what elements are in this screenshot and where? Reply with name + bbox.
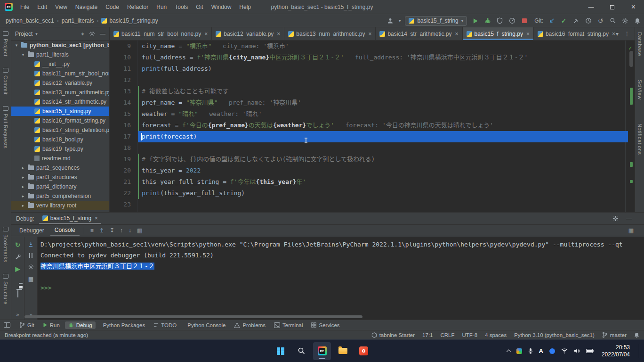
close-tab-icon[interactable]: × xyxy=(204,31,208,37)
debug-button[interactable] xyxy=(483,17,491,25)
toolbar-todo[interactable]: TODO xyxy=(150,321,180,329)
editor-tab-basic12-variable-py[interactable]: basic12_variable.py× xyxy=(212,27,284,40)
tray-blue-dot-icon[interactable] xyxy=(549,348,555,354)
tree-item-basic18-bool-py[interactable]: basic18_bool.py xyxy=(11,135,109,144)
code-line-17[interactable]: print(forecast) xyxy=(138,131,628,142)
microphone-icon[interactable] xyxy=(528,348,533,354)
tree-item-basic11-num-str-bool-none-py[interactable]: basic11_num_str_bool_none.py xyxy=(11,69,109,78)
breadcrumb-item[interactable]: python_basic_sec1 xyxy=(6,17,54,24)
toolbar-debug[interactable]: Debug xyxy=(65,321,96,329)
stop-button[interactable] xyxy=(520,17,528,25)
console-line[interactable] xyxy=(40,272,644,282)
scroll-to-top-icon[interactable]: ↥ xyxy=(97,227,106,234)
stripe-sciview[interactable]: SciView xyxy=(637,80,643,99)
toolbar-python-console[interactable]: Python Console xyxy=(182,321,229,329)
open-in-table-icon[interactable]: ▦ xyxy=(135,227,144,234)
show-execution-point-icon[interactable] xyxy=(28,242,33,247)
editor-tab-basic14-str-arithmetic-py[interactable]: basic14_str_arithmetic.py× xyxy=(376,27,462,40)
git-update-icon[interactable] xyxy=(547,17,555,25)
tree-item-part3-structures[interactable]: ▸part3_structures xyxy=(11,173,109,182)
start-button[interactable] xyxy=(272,342,290,360)
editor-tab-basic11-num-str-bool-none-py[interactable]: basic11_num_str_bool_none.py× xyxy=(110,27,212,40)
close-tab-icon[interactable]: × xyxy=(612,31,615,37)
taskbar-pycharm-icon[interactable]: PC xyxy=(313,342,331,360)
code-line-23[interactable] xyxy=(138,199,628,210)
code-line-22[interactable]: print(this_year_full_string) xyxy=(138,188,628,199)
move-up-icon[interactable]: ↑ xyxy=(118,227,125,234)
ime-mode-indicator[interactable]: A xyxy=(539,347,543,354)
status-utf-8[interactable]: UTF-8 xyxy=(462,332,478,338)
taskbar-search-icon[interactable] xyxy=(292,342,310,360)
code-line-18[interactable] xyxy=(138,142,628,154)
restore-layout-icon[interactable]: ▦ xyxy=(26,276,35,282)
menu-view[interactable]: View xyxy=(51,2,71,12)
stripe-commit[interactable]: Commit xyxy=(3,68,8,95)
hidden-icons-chevron[interactable] xyxy=(506,349,511,354)
toolbar-python-packages[interactable]: Python Packages xyxy=(97,321,149,329)
toolbar-terminal[interactable]: Terminal xyxy=(271,321,306,329)
notifications-bell-icon[interactable] xyxy=(633,17,641,25)
scrollbar-thumb[interactable] xyxy=(629,51,633,67)
status-crlf[interactable]: CRLF xyxy=(440,332,454,338)
git-push-icon[interactable] xyxy=(572,17,580,25)
project-settings-gear-icon[interactable] xyxy=(89,31,95,37)
status-bell-icon[interactable] xyxy=(634,332,639,338)
tree-item-python-basic-sec1-python-basic[interactable]: ▾python_basic_sec1 [python_basic]D: xyxy=(11,41,109,50)
minimize-button[interactable]: — xyxy=(580,0,602,14)
run-button[interactable] xyxy=(471,17,479,25)
console-line[interactable]: >>> xyxy=(40,282,644,293)
coverage-button[interactable] xyxy=(496,17,504,25)
profiler-button[interactable] xyxy=(508,17,516,25)
rollback-icon[interactable]: ↺ xyxy=(596,17,604,25)
clear-trash-icon[interactable] xyxy=(17,290,18,297)
breadcrumb-item[interactable]: basic15_f_string.py xyxy=(101,17,158,24)
code-line-11[interactable]: print(full_address) xyxy=(138,63,628,74)
taskbar-explorer-icon[interactable] xyxy=(334,342,352,360)
menu-file[interactable]: File xyxy=(16,2,33,12)
status-tabnine-starter[interactable]: tabnine Starter xyxy=(371,332,415,338)
tree-item-basic13-num-arithmetic-py[interactable]: basic13_num_arithmetic.py xyxy=(11,88,109,97)
stepping-settings-gear-icon[interactable] xyxy=(28,264,34,270)
debug-session-tab[interactable]: basic15_f_string × xyxy=(39,214,101,224)
console-line[interactable]: 神奈川県横浜市中区元浜町３丁目２１-２ xyxy=(40,261,644,272)
code-line-19[interactable]: # f文字列では、{}内の値の型は気にしなくてよい(強制的に文字列として扱われる… xyxy=(138,154,628,165)
profile-caret-icon[interactable]: ▾ xyxy=(399,18,401,23)
stripe-database[interactable]: Database xyxy=(637,32,643,56)
more-actions-icon[interactable]: » xyxy=(16,312,19,317)
wifi-icon[interactable] xyxy=(561,348,568,354)
code-line-16[interactable]: forecast = f'今日の{pref_name}の天気は{weather}… xyxy=(138,120,628,131)
code-line-15[interactable]: weather = "晴れ" weather: '晴れ' xyxy=(138,108,628,120)
profile-icon[interactable] xyxy=(386,17,394,25)
toolbar-problems[interactable]: Problems xyxy=(231,321,269,329)
tree-item-readme-md[interactable]: readme.md xyxy=(11,154,109,163)
locate-file-icon[interactable]: ⌖ xyxy=(81,31,84,37)
move-down-icon[interactable]: ↓ xyxy=(127,227,133,234)
chevron-down-icon[interactable]: ▾ xyxy=(35,32,38,36)
hidden-tabs-icon[interactable]: ▾ xyxy=(616,31,619,37)
stripe-notifications[interactable]: Notifications xyxy=(637,123,643,155)
hide-panel-icon[interactable]: — xyxy=(100,31,105,37)
menu-help[interactable]: Help xyxy=(235,2,255,12)
show-desktop-button[interactable] xyxy=(639,344,639,357)
tree-item-part5-comprehension[interactable]: ▸part5_comprehension xyxy=(11,191,109,201)
tab-debugger[interactable]: Debugger xyxy=(15,226,48,235)
close-button[interactable]: × xyxy=(623,0,644,14)
toolbar-run[interactable]: Run xyxy=(40,321,63,329)
menu-edit[interactable]: Edit xyxy=(33,2,51,12)
close-tab-icon[interactable]: × xyxy=(277,31,280,37)
status-17-1[interactable]: 17:1 xyxy=(422,332,433,338)
debug-console[interactable]: D:\projects\python_basic_sec1\venv\Scrip… xyxy=(38,237,644,320)
stripe-pull-requests[interactable]: Pull Requests xyxy=(3,106,8,148)
tree-item-part1-literals[interactable]: ▾part1_literals xyxy=(11,50,109,59)
rerun-icon[interactable]: ↻ xyxy=(15,242,20,248)
editor-options-icon[interactable]: ⋮ xyxy=(624,31,630,37)
stripe-project[interactable]: Project xyxy=(3,31,8,57)
stripe-bookmarks[interactable]: Bookmarks xyxy=(3,227,8,263)
maximize-button[interactable] xyxy=(602,0,623,14)
code-line-21[interactable]: this_year_full_string = f'今年は{this_year}… xyxy=(138,176,628,188)
editor-tab-basic15-f-string-py[interactable]: basic15_f_string.py× xyxy=(463,27,534,40)
menu-window[interactable]: Window xyxy=(208,2,235,12)
scroll-to-end-icon[interactable]: ↧ xyxy=(108,227,116,234)
settings-gear-icon[interactable] xyxy=(621,17,629,25)
code-line-10[interactable]: full_address = f'神奈川県{city_name}中区元浜町３丁目… xyxy=(138,52,628,63)
